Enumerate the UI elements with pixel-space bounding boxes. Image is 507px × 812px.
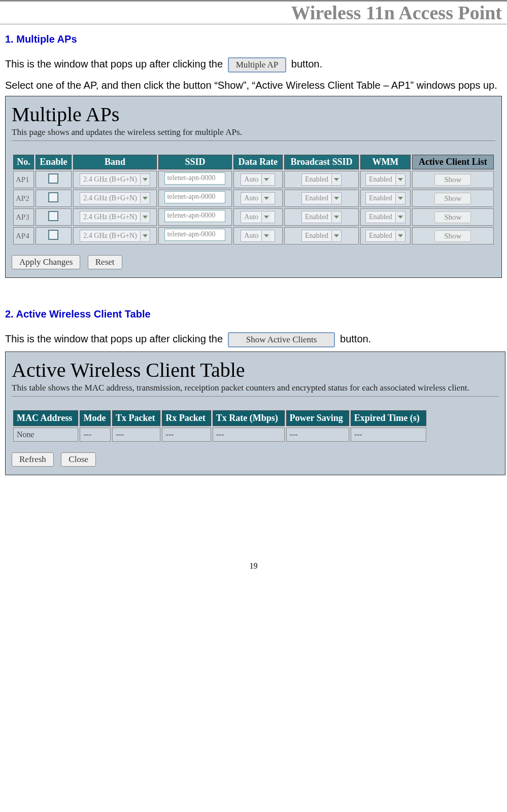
ap-bcast-cell: Enabled bbox=[284, 208, 359, 226]
band-select[interactable]: 2.4 GHz (B+G+N) bbox=[80, 173, 150, 186]
col-enable: Enable bbox=[36, 155, 72, 169]
section1-text-before: This is the window that pops up after cl… bbox=[5, 58, 226, 69]
ap-row: AP22.4 GHz (B+G+N)telenet-apn-0000AutoEn… bbox=[13, 190, 494, 207]
client-table-desc: This table shows the MAC address, transm… bbox=[12, 383, 499, 393]
show-active-clients-button[interactable]: Show Active Clients bbox=[228, 332, 335, 347]
svg-marker-6 bbox=[334, 197, 339, 200]
ssid-input[interactable]: telenet-apn-0000 bbox=[164, 210, 225, 222]
ap-enable-checkbox[interactable] bbox=[48, 192, 58, 202]
ap-ssid-cell: telenet-apn-0000 bbox=[158, 227, 232, 244]
chevron-down-icon bbox=[331, 212, 341, 222]
ap-enable-cell bbox=[36, 190, 72, 207]
bcast-select[interactable]: Enabled bbox=[301, 211, 342, 223]
bcast-select[interactable]: Enabled bbox=[301, 192, 342, 204]
ap-enable-checkbox[interactable] bbox=[48, 211, 58, 221]
ap-enable-cell bbox=[36, 208, 72, 226]
multiple-ap-button[interactable]: Multiple AP bbox=[228, 57, 287, 73]
ap-no: AP4 bbox=[13, 227, 34, 244]
ap-ssid-cell: telenet-apn-0000 bbox=[158, 190, 232, 207]
band-select[interactable]: 2.4 GHz (B+G+N) bbox=[80, 211, 150, 223]
ct-rx: --- bbox=[162, 428, 211, 442]
multiple-aps-title: Multiple APs bbox=[12, 102, 495, 126]
ct-mode: --- bbox=[80, 428, 110, 442]
ap-enable-checkbox[interactable] bbox=[48, 230, 58, 240]
bcast-select[interactable]: Enabled bbox=[301, 173, 342, 186]
section2-text-before: This is the window that pops up after cl… bbox=[5, 333, 226, 344]
rate-select[interactable]: Auto bbox=[241, 230, 275, 242]
ap-bcast-cell: Enabled bbox=[284, 190, 359, 207]
close-button[interactable]: Close bbox=[61, 452, 96, 467]
svg-marker-9 bbox=[264, 216, 269, 219]
svg-marker-8 bbox=[143, 216, 148, 219]
ap-ssid-cell: telenet-apn-0000 bbox=[158, 208, 232, 226]
col-no: No. bbox=[13, 155, 34, 169]
rate-select[interactable]: Auto bbox=[241, 173, 275, 186]
ssid-input[interactable]: telenet-apn-0000 bbox=[164, 191, 225, 203]
chevron-down-icon bbox=[261, 231, 271, 241]
bcast-select[interactable]: Enabled bbox=[301, 230, 342, 242]
svg-marker-15 bbox=[398, 234, 403, 237]
svg-marker-3 bbox=[398, 178, 403, 181]
ap-rate-cell: Auto bbox=[233, 227, 283, 244]
ct-col-tx: Tx Packet bbox=[112, 410, 160, 426]
rate-select[interactable]: Auto bbox=[241, 192, 275, 204]
chevron-down-icon bbox=[395, 231, 405, 241]
multiple-aps-desc: This page shows and updates the wireless… bbox=[12, 127, 495, 137]
ssid-input[interactable]: telenet-apn-0000 bbox=[164, 172, 225, 185]
section2-heading: 2. Active Wireless Client Table bbox=[5, 308, 502, 320]
refresh-button[interactable]: Refresh bbox=[12, 452, 54, 467]
svg-marker-5 bbox=[264, 197, 269, 200]
rate-select[interactable]: Auto bbox=[241, 211, 275, 223]
chevron-down-icon bbox=[140, 193, 150, 203]
band-select[interactable]: 2.4 GHz (B+G+N) bbox=[80, 192, 150, 204]
ap-band-cell: 2.4 GHz (B+G+N) bbox=[73, 227, 157, 244]
reset-button[interactable]: Reset bbox=[88, 255, 122, 269]
client-table-panel: Active Wireless Client Table This table … bbox=[5, 351, 505, 475]
chevron-down-icon bbox=[331, 174, 341, 185]
show-button[interactable]: Show bbox=[434, 230, 471, 242]
ap-bcast-cell: Enabled bbox=[284, 171, 359, 188]
ap-rate-cell: Auto bbox=[233, 171, 283, 188]
ct-tx: --- bbox=[112, 428, 160, 442]
ct-power: --- bbox=[286, 428, 349, 442]
ap-show-cell: Show bbox=[412, 171, 494, 188]
client-table-row: None --- --- --- --- --- --- bbox=[13, 428, 426, 442]
ap-wmm-cell: Enabled bbox=[360, 208, 411, 226]
ct-exp: --- bbox=[351, 428, 426, 442]
wmm-select[interactable]: Enabled bbox=[365, 192, 405, 204]
chevron-down-icon bbox=[140, 174, 150, 185]
ssid-input[interactable]: telenet-apn-0000 bbox=[164, 229, 225, 241]
wmm-select[interactable]: Enabled bbox=[365, 230, 405, 242]
section2-text-after: button. bbox=[340, 333, 371, 344]
svg-marker-1 bbox=[264, 178, 269, 181]
ap-row: AP42.4 GHz (B+G+N)telenet-apn-0000AutoEn… bbox=[13, 227, 494, 244]
section1-text-after: button. bbox=[291, 58, 322, 69]
show-button[interactable]: Show bbox=[434, 193, 471, 204]
wmm-select[interactable]: Enabled bbox=[365, 173, 405, 186]
ct-rate: --- bbox=[213, 428, 285, 442]
ap-show-cell: Show bbox=[412, 227, 494, 244]
ap-band-cell: 2.4 GHz (B+G+N) bbox=[73, 208, 157, 226]
wmm-select[interactable]: Enabled bbox=[365, 211, 405, 223]
page-number: 19 bbox=[0, 561, 507, 571]
client-table-title: Active Wireless Client Table bbox=[12, 358, 499, 382]
show-button[interactable]: Show bbox=[434, 174, 471, 186]
ap-ssid-cell: telenet-apn-0000 bbox=[158, 171, 232, 188]
chevron-down-icon bbox=[395, 174, 405, 185]
show-button[interactable]: Show bbox=[434, 211, 471, 223]
col-active: Active Client List bbox=[412, 155, 494, 169]
multiple-aps-panel: Multiple APs This page shows and updates… bbox=[5, 96, 502, 278]
band-select[interactable]: 2.4 GHz (B+G+N) bbox=[80, 230, 150, 242]
svg-marker-0 bbox=[143, 178, 148, 181]
svg-marker-12 bbox=[143, 234, 148, 237]
ct-col-exp: Expired Time (s) bbox=[351, 410, 426, 426]
ap-wmm-cell: Enabled bbox=[360, 171, 411, 188]
chevron-down-icon bbox=[395, 212, 405, 222]
apply-changes-button[interactable]: Apply Changes bbox=[12, 255, 80, 269]
ap-rate-cell: Auto bbox=[233, 190, 283, 207]
ct-col-power: Power Saving bbox=[286, 410, 349, 426]
col-wmm: WMM bbox=[360, 155, 411, 169]
ap-enable-checkbox[interactable] bbox=[48, 173, 58, 184]
col-ssid: SSID bbox=[158, 155, 232, 169]
chevron-down-icon bbox=[331, 193, 341, 203]
